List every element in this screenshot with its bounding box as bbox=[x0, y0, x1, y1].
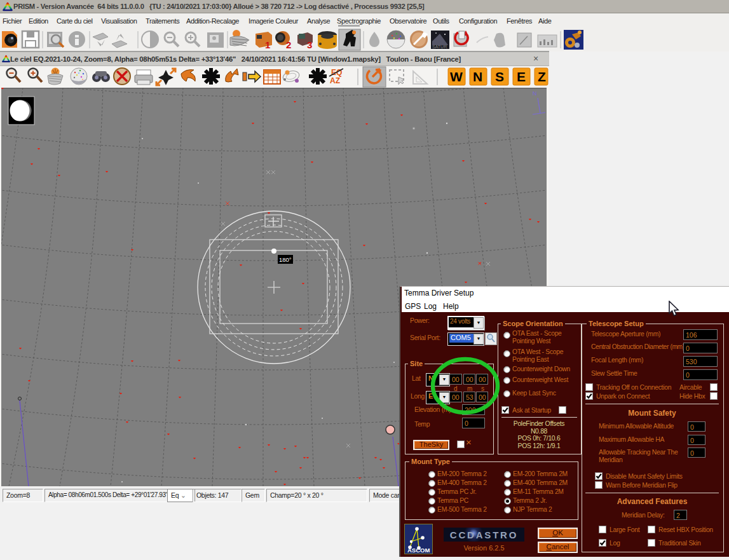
svg-text:E: E bbox=[517, 69, 526, 84]
svg-text:N: N bbox=[533, 90, 537, 97]
svg-text:N: N bbox=[473, 69, 482, 84]
svg-text:1: 1 bbox=[265, 39, 270, 50]
svg-text:S: S bbox=[495, 69, 504, 84]
svg-text:Z: Z bbox=[538, 69, 546, 84]
svg-text:ASCOM: ASCOM bbox=[407, 547, 430, 554]
svg-text:AZ: AZ bbox=[330, 76, 340, 85]
svg-text:3: 3 bbox=[307, 39, 312, 50]
svg-text:SATUR: SATUR bbox=[432, 44, 447, 49]
svg-text:W: W bbox=[450, 69, 463, 84]
svg-text:180°: 180° bbox=[279, 256, 292, 263]
svg-text:2: 2 bbox=[286, 39, 291, 50]
